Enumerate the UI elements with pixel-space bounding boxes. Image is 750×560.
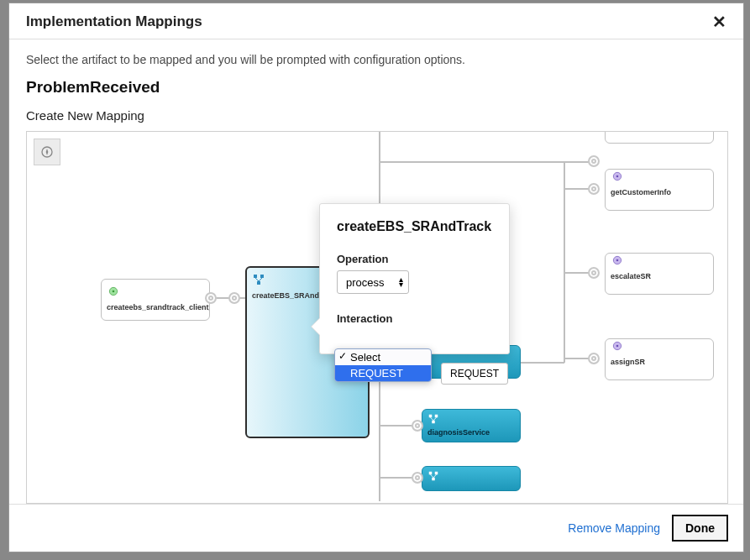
flow-icon [252, 273, 265, 286]
node-diagnosis-service-label: diagnosisService [422, 428, 520, 440]
dialog-footer: Remove Mapping Done [9, 504, 743, 552]
flow-icon [427, 413, 439, 425]
operation-select[interactable]: process ▴▾ [337, 270, 409, 294]
svg-rect-16 [435, 472, 438, 475]
node-escalate-sr-label: escalateSR [606, 270, 713, 282]
node-teal-lower[interactable] [422, 466, 521, 491]
dialog-implementation-mappings: Implementation Mappings ✕ Select the art… [8, 3, 744, 552]
interaction-option-request[interactable]: REQUEST [335, 365, 431, 381]
svg-rect-5 [257, 281, 260, 285]
page-heading: ProblemReceived [26, 78, 726, 97]
dialog-body: Select the artifact to be mapped and you… [9, 39, 743, 504]
interaction-dropdown[interactable]: Select REQUEST [334, 348, 432, 382]
svg-rect-13 [435, 415, 438, 418]
mapping-popover: createEBS_SRAndTrack Operation process ▴… [319, 203, 510, 354]
port[interactable] [588, 267, 600, 279]
port[interactable] [588, 155, 600, 167]
svg-rect-3 [254, 275, 257, 278]
dialog-header: Implementation Mappings ✕ [9, 3, 743, 39]
flow-icon [427, 470, 439, 482]
orient-button[interactable] [34, 139, 60, 165]
node-assign-sr-label: assignSR [606, 356, 713, 368]
node-client-ep-label: createebs_srandtrack_client_ep [102, 301, 209, 317]
diagram-canvas[interactable]: createebs_srandtrack_client_ep createEBS… [26, 131, 728, 504]
port[interactable] [228, 292, 240, 304]
gear-green-icon [107, 285, 120, 298]
popover-title: createEBS_SRAndTrack [337, 219, 492, 234]
gear-purple-icon [611, 171, 624, 186]
svg-rect-12 [429, 415, 433, 418]
port[interactable] [412, 472, 423, 484]
port[interactable] [588, 353, 600, 364]
operation-label: Operation [337, 253, 492, 265]
interaction-value-pill[interactable]: REQUEST [441, 363, 508, 385]
remove-mapping-link[interactable]: Remove Mapping [568, 521, 660, 535]
interaction-option-select[interactable]: Select [335, 349, 431, 365]
compass-icon [40, 145, 54, 159]
node-get-customer-info[interactable]: getCustomerInfo [605, 169, 714, 211]
port[interactable] [412, 420, 423, 432]
svg-rect-4 [260, 275, 264, 278]
page-subheading: Create New Mapping [26, 108, 726, 123]
node-client-ep[interactable]: createebs_srandtrack_client_ep [101, 279, 210, 321]
done-button[interactable]: Done [672, 515, 728, 542]
node-get-customer-info-label: getCustomerInfo [606, 186, 713, 198]
svg-point-7 [616, 175, 619, 178]
svg-point-11 [616, 345, 619, 348]
dialog-title: Implementation Mappings [26, 13, 202, 30]
interaction-label: Interaction [337, 312, 492, 325]
gear-purple-icon [611, 341, 624, 355]
port[interactable] [205, 292, 217, 304]
dialog-subtitle: Select the artifact to be mapped and you… [26, 53, 726, 66]
node-escalate-sr[interactable]: escalateSR [605, 253, 714, 295]
gear-purple-icon [611, 255, 624, 270]
svg-point-9 [616, 259, 619, 262]
node-diagnosis-service[interactable]: diagnosisService [422, 409, 521, 442]
operation-select-value: process [346, 276, 385, 289]
close-icon[interactable]: ✕ [712, 13, 726, 30]
node-svc-top-cut[interactable] [605, 132, 714, 144]
node-assign-sr[interactable]: assignSR [605, 338, 714, 380]
svg-rect-17 [432, 478, 435, 481]
chevron-updown-icon: ▴▾ [399, 277, 403, 287]
svg-rect-15 [429, 472, 433, 475]
svg-rect-14 [432, 421, 435, 424]
port[interactable] [588, 183, 600, 195]
svg-point-2 [113, 290, 115, 293]
